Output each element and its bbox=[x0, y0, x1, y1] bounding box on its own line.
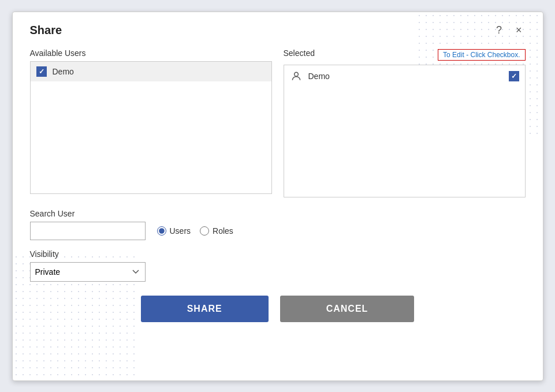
selected-user-checkbox[interactable] bbox=[509, 71, 519, 81]
roles-radio[interactable] bbox=[200, 226, 209, 236]
list-item[interactable]: Demo bbox=[31, 62, 271, 81]
search-section: Search User Users Roles bbox=[30, 209, 526, 240]
cancel-button[interactable]: CANCEL bbox=[280, 296, 415, 322]
available-users-panel: Available Users Demo bbox=[30, 48, 272, 197]
available-users-label: Available Users bbox=[30, 48, 272, 58]
close-button[interactable]: × bbox=[512, 24, 526, 36]
users-radio-label[interactable]: Users bbox=[157, 226, 191, 236]
help-button[interactable]: ? bbox=[493, 24, 505, 36]
dialog-title: Share bbox=[30, 24, 62, 37]
selected-item: Demo bbox=[284, 65, 525, 87]
available-user-checkbox[interactable] bbox=[36, 66, 47, 77]
user-icon bbox=[290, 70, 303, 83]
users-radio[interactable] bbox=[157, 226, 166, 236]
selected-header: Selected To Edit - Click Checkbox. bbox=[284, 48, 526, 61]
selected-list[interactable]: Demo bbox=[284, 65, 526, 197]
users-radio-text: Users bbox=[170, 226, 191, 236]
search-row: Users Roles bbox=[30, 222, 526, 240]
search-label: Search User bbox=[30, 209, 526, 218]
search-input[interactable] bbox=[30, 222, 146, 240]
dialog-header: Share ? × bbox=[30, 24, 526, 37]
radio-group: Users Roles bbox=[157, 226, 233, 236]
main-content: Available Users Demo Selected To Edit - … bbox=[30, 48, 526, 197]
visibility-section: Visibility Private Public bbox=[30, 249, 526, 282]
svg-point-0 bbox=[294, 72, 298, 76]
header-icons: ? × bbox=[493, 24, 526, 36]
available-user-name: Demo bbox=[53, 67, 74, 76]
share-button[interactable]: SHARE bbox=[141, 296, 269, 322]
roles-radio-label[interactable]: Roles bbox=[200, 226, 233, 236]
action-buttons: SHARE CANCEL bbox=[30, 296, 526, 322]
available-users-list[interactable]: Demo bbox=[30, 61, 272, 194]
visibility-select[interactable]: Private Public bbox=[30, 262, 146, 282]
visibility-label: Visibility bbox=[30, 249, 526, 259]
share-dialog: Share ? × Available Users Demo Selected … bbox=[12, 12, 543, 381]
selected-label: Selected bbox=[284, 48, 315, 58]
to-edit-badge: To Edit - Click Checkbox. bbox=[438, 49, 525, 61]
selected-user-name: Demo bbox=[308, 72, 503, 81]
roles-radio-text: Roles bbox=[213, 226, 233, 236]
bottom-section: Search User Users Roles Visibility bbox=[30, 209, 526, 322]
selected-panel: Selected To Edit - Click Checkbox. Demo bbox=[284, 48, 526, 197]
